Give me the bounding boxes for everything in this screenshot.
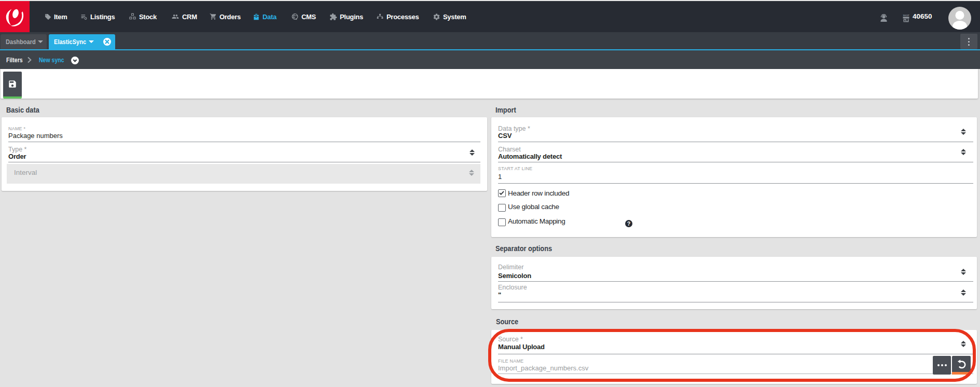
svg-text:SHOP: SHOP	[903, 14, 909, 17]
